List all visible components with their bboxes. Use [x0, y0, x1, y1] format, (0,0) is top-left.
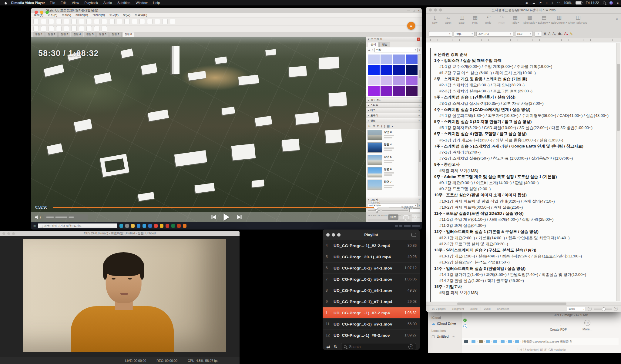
- crumb-folder[interactable]: ›: [515, 340, 521, 343]
- bookmark-icon[interactable]: ⚑: [539, 1, 542, 5]
- document-area[interactable]: ■ 온라인 강의 순서1주 - 강의소개 / 실습 및 재택수업 과제#1-1강…: [426, 42, 621, 302]
- zoom-slider[interactable]: [594, 309, 612, 309]
- sidebar-item-untitled[interactable]: ▢ Untitled ⏏: [431, 334, 461, 339]
- playlist-row[interactable]: 8 UD_CG-Progr...0-1)_#6-1.mov 49:37: [323, 285, 420, 296]
- elmedia-menu-button[interactable]: ≡: [407, 22, 415, 30]
- zoom-button[interactable]: [337, 233, 341, 237]
- previous-button[interactable]: [211, 215, 216, 219]
- pip-icon[interactable]: [411, 233, 416, 237]
- next-button[interactable]: [237, 215, 241, 219]
- camera-app-icon[interactable]: ◉: [525, 1, 528, 5]
- hwp-toolbar-button[interactable]: ◫ Show Task Pane: [568, 15, 588, 24]
- seek-bar[interactable]: 58:30: [53, 207, 389, 208]
- menubar-menu[interactable]: Edit: [61, 1, 66, 5]
- hwp-toolbar-button[interactable]: ↷ Redo: [496, 15, 508, 24]
- playlist-search[interactable]: ▾: [341, 343, 416, 350]
- text-effect-button[interactable]: ✱▾: [558, 32, 562, 36]
- menubar-menu[interactable]: Window: [136, 1, 147, 5]
- bluetooth-icon[interactable]: ᛒ: [551, 1, 553, 5]
- menubar-menu[interactable]: File: [50, 1, 55, 5]
- create-pdf-button[interactable]: Create PDF: [550, 320, 566, 331]
- horizontal-scrollbar[interactable]: [426, 302, 621, 306]
- font-family-dropdown[interactable]: 휴먼고딕⇕: [476, 31, 513, 37]
- siri-icon[interactable]: [609, 1, 613, 5]
- close-button[interactable]: [429, 8, 432, 12]
- wifi-icon[interactable]: ◠: [557, 1, 560, 5]
- active-app-name[interactable]: Elmedia Video Player: [11, 1, 45, 5]
- hwp-toolbar-button[interactable]: ▦ Table▾: [509, 15, 521, 24]
- volume-icon[interactable]: [35, 215, 39, 219]
- airplay-icon[interactable]: [403, 215, 409, 219]
- control-center-icon[interactable]: ≡: [617, 1, 619, 5]
- phone-icon[interactable]: ▯: [546, 1, 548, 5]
- more-button[interactable]: ••• More...: [582, 320, 592, 331]
- hwp-toolbar-button[interactable]: ▥ Edit Column▾: [551, 15, 567, 24]
- underline-button[interactable]: A▾: [552, 32, 556, 36]
- zoom-out-icon[interactable]: −: [588, 307, 592, 311]
- menubar-menu[interactable]: View: [72, 1, 79, 5]
- document-scrollbar[interactable]: [616, 43, 620, 301]
- minimize-button[interactable]: [332, 233, 335, 237]
- hwp-toolbar-button[interactable]: ▱ Open: [442, 15, 455, 24]
- playlist-row[interactable]: 12 UD_CG-Progr...-1)_#9-2.mov 1:09:27: [323, 330, 420, 341]
- font-size-dropdown[interactable]: 10.0▾: [515, 31, 533, 37]
- playlist-row[interactable]: 7 UD_CG-Progr...0-1)_#5-1.mov 1:06:06: [323, 274, 420, 285]
- playlist-row[interactable]: 4 UD_CG-Progr...-1)_#2-2.mp4 30:36: [323, 240, 420, 251]
- crumb-folder[interactable]: ›: [508, 340, 514, 343]
- toolbar-overflow-icon[interactable]: »: [616, 15, 618, 21]
- menubar-menu[interactable]: Audio: [103, 1, 112, 5]
- playlist-row[interactable]: 5 UD_CG-Progr...20-1)_#3.mp4 40:26: [323, 251, 420, 263]
- crumb-folder[interactable]: ›: [493, 340, 499, 343]
- crumb-folder[interactable]: ›: [472, 340, 478, 343]
- italic-button[interactable]: A: [548, 32, 551, 36]
- playlist-row[interactable]: 6 UD_CG-Progr...0-1)_#4-1.mov 1:07:12: [323, 263, 420, 274]
- seek-knob[interactable]: [374, 205, 378, 209]
- sidebar-item-icloud-drive[interactable]: ☁ iCloud Drive: [431, 321, 461, 326]
- hwp-toolbar-button[interactable]: ▩ Table Style▾: [522, 15, 537, 24]
- play-button[interactable]: [223, 213, 229, 221]
- playlist-row[interactable]: ‖ UD_CG-Progr...-1)_#7-2.mp4 1:08:32: [323, 307, 420, 319]
- repeat-icon[interactable]: ↻: [334, 344, 338, 349]
- playlist-row[interactable]: 9 UD_CG-Progr...0-1)_#7-1.mp4 29:03: [323, 296, 420, 307]
- cloud-icon[interactable]: ☁: [532, 1, 535, 5]
- hwp-toolbar-button[interactable]: ↶ Undo: [482, 15, 495, 24]
- close-button[interactable]: [2, 232, 5, 235]
- style-dropdown[interactable]: ▾: [429, 31, 452, 37]
- close-button[interactable]: [35, 11, 38, 14]
- crumb-device[interactable]: ›: [464, 340, 470, 343]
- hwp-toolbar-button[interactable]: ▯ New: [429, 15, 441, 24]
- search-options-icon[interactable]: ▾: [408, 344, 413, 349]
- eject-icon[interactable]: ⏏: [452, 335, 455, 338]
- close-button[interactable]: [326, 233, 330, 237]
- crumb-folder[interactable]: ›: [486, 340, 492, 343]
- hwp-toolbar-button[interactable]: ◫ Save: [456, 15, 468, 24]
- zoom-button[interactable]: [12, 232, 15, 235]
- menubar-clock[interactable]: Fri 14:22: [586, 1, 599, 5]
- zoom-level-dropdown[interactable]: 100%▾: [567, 307, 586, 311]
- highlight-button[interactable]: ✎: [570, 32, 573, 36]
- bold-button[interactable]: A: [544, 32, 546, 36]
- rep-font-dropdown[interactable]: Rep.▾: [454, 31, 475, 37]
- crumb-folder[interactable]: ›: [501, 340, 507, 343]
- playlist-row[interactable]: 11 UD_CG-Progr...0-1)_#9-1.mov 56:00: [323, 319, 420, 330]
- zoom-button[interactable]: [439, 8, 442, 12]
- zoom-button[interactable]: [45, 11, 49, 14]
- shuffle-icon[interactable]: ⇄: [326, 344, 330, 349]
- minimize-button[interactable]: [434, 8, 437, 12]
- search-input[interactable]: [348, 344, 407, 349]
- minimize-button[interactable]: [7, 232, 10, 235]
- menubar-menu[interactable]: Subtitles: [117, 1, 130, 5]
- minimize-button[interactable]: [40, 11, 43, 14]
- hwp-toolbar-button[interactable]: ▦ Print: [469, 15, 481, 24]
- apple-menu-icon[interactable]: [4, 1, 8, 5]
- crumb-folder[interactable]: ›: [479, 340, 485, 343]
- hwp-toolbar-button[interactable]: ▤ Edit Row▾: [538, 15, 550, 24]
- settings-gear-icon[interactable]: ⚙: [414, 214, 418, 220]
- spotlight-icon[interactable]: [603, 2, 606, 4]
- size-stepper[interactable]: ⇕: [535, 31, 542, 37]
- menubar-menu[interactable]: Help: [153, 1, 160, 5]
- font-color-button[interactable]: A▾: [564, 31, 568, 36]
- quality-button[interactable]: 원본: [388, 214, 398, 220]
- zoom-in-icon[interactable]: +: [614, 307, 618, 311]
- menubar-menu[interactable]: Playback: [84, 1, 98, 5]
